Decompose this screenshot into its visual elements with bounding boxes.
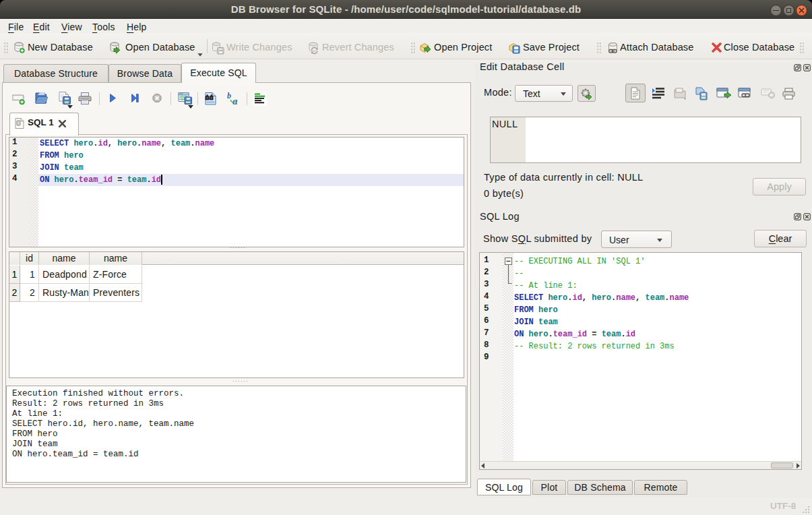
svg-text:b: b xyxy=(227,92,231,100)
svg-text:a: a xyxy=(232,96,238,106)
